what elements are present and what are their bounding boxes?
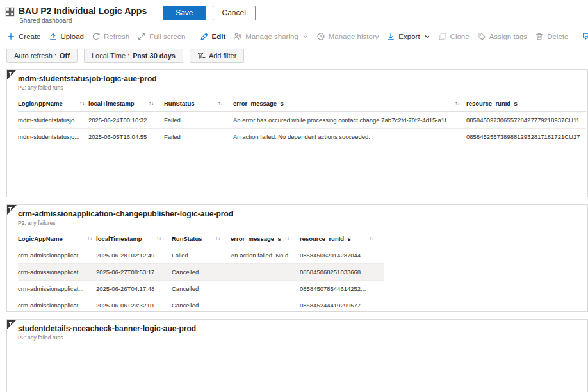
table-row[interactable]: crm-admissionapplicat... 2025-06-26T04:1… xyxy=(18,281,384,297)
refresh-button[interactable]: Refresh xyxy=(88,29,133,44)
plus-icon xyxy=(6,32,15,41)
column-header-logicappname[interactable]: LogicAppName ↑↓ xyxy=(18,235,96,242)
table-header-row: LogicAppName ↑↓ localTimestamp ↑↓ RunSta… xyxy=(18,95,586,112)
create-label: Create xyxy=(19,33,41,40)
clone-label: Clone xyxy=(450,33,470,40)
column-label: resource_runId_s xyxy=(466,100,518,107)
cell-localtimestamp: 2025-06-05T16:04:55 xyxy=(88,133,164,140)
header-actions: Save Cancel xyxy=(163,6,256,20)
column-header-runstatus[interactable]: RunStatus ↑↓ xyxy=(164,100,233,107)
cell-runstatus: Cancelled xyxy=(172,302,231,309)
column-header-resource-runid[interactable]: resource_runId_s xyxy=(466,100,586,107)
column-header-resource-runid[interactable]: resource_runId_s ↑↓ xyxy=(300,235,384,242)
create-button[interactable]: Create xyxy=(3,29,45,44)
fullscreen-label: Full screen xyxy=(149,33,185,40)
tile-header: studentdetails-nceacheck-banner-logic-au… xyxy=(7,320,587,341)
fullscreen-button[interactable]: Full screen xyxy=(133,29,189,44)
shared-dashboard-icon xyxy=(5,7,15,17)
clone-icon xyxy=(438,32,447,41)
funnel-icon xyxy=(8,206,13,212)
tile-title: crm-admissionapplication-changepublisher… xyxy=(18,209,580,218)
column-label: LogicAppName xyxy=(18,100,63,107)
page-subtitle: Shared dashboard xyxy=(19,17,147,24)
tile-subtitle: P2: any failures xyxy=(18,220,580,226)
column-label: localTimestamp xyxy=(96,235,142,242)
cell-localtimestamp: 2025-06-06T23:32:01 xyxy=(96,302,172,309)
column-header-localtimestamp[interactable]: localTimestamp ↑↓ xyxy=(88,100,164,107)
cell-runstatus: Failed xyxy=(164,117,233,124)
column-header-localtimestamp[interactable]: localTimestamp ↑↓ xyxy=(96,235,172,242)
column-label: RunStatus xyxy=(164,100,195,107)
table-row[interactable]: mdm-studentstatusjo... 2025-06-24T00:10:… xyxy=(18,112,586,129)
manage-history-label: Manage history xyxy=(329,33,379,40)
manage-sharing-button[interactable]: Manage sharing xyxy=(229,29,312,44)
sort-arrows-icon: ↑↓ xyxy=(79,101,85,106)
chevron-down-icon xyxy=(424,33,430,40)
assign-tags-label: Assign tags xyxy=(489,33,527,40)
tag-icon xyxy=(477,32,486,41)
tile-filter-badge xyxy=(7,70,17,80)
tile-subtitle: P2: any failed runs xyxy=(18,334,580,341)
funnel-plus-icon xyxy=(197,52,206,60)
cell-localtimestamp: 2025-06-26T04:17:48 xyxy=(96,285,172,292)
refresh-label: Refresh xyxy=(104,33,129,40)
save-button[interactable]: Save xyxy=(163,6,205,20)
feedback-button[interactable]: Feedback xyxy=(578,29,588,44)
cell-error-message: An error has occured while processing co… xyxy=(233,117,466,124)
history-icon xyxy=(316,32,325,41)
local-time-filter[interactable]: Local Time : Past 30 days xyxy=(84,49,183,63)
tile-mdm-studentstatusjob[interactable]: mdm-studentstatusjob-logic-aue-prod P2: … xyxy=(6,69,588,197)
upload-button[interactable]: Upload xyxy=(45,29,88,44)
table-row[interactable]: mdm-studentstatusjo... 2025-06-05T16:04:… xyxy=(18,129,586,145)
auto-refresh-value: Off xyxy=(60,52,70,60)
trash-icon xyxy=(535,32,544,41)
funnel-icon xyxy=(8,71,13,77)
column-label: error_message_s xyxy=(233,100,284,107)
sort-arrows-icon: ↑↓ xyxy=(455,101,460,106)
page-title: BAU P2 Individual Logic Apps xyxy=(19,6,147,17)
table-row-selected[interactable]: crm-admissionapplicat... 2025-06-27T08:5… xyxy=(18,264,384,281)
delete-label: Delete xyxy=(547,33,568,40)
add-filter-label: Add filter xyxy=(209,52,236,60)
clone-button[interactable]: Clone xyxy=(434,29,473,44)
dashboard-header: BAU P2 Individual Logic Apps Shared dash… xyxy=(0,0,588,26)
column-label: error_message_s xyxy=(231,235,281,242)
column-label: resource_runId_s xyxy=(300,235,351,242)
column-header-error-message[interactable]: error_message_s ↑↓ xyxy=(231,235,300,242)
tile-crm-admissionapplication[interactable]: crm-admissionapplication-changepublisher… xyxy=(6,204,588,312)
column-header-error-message[interactable]: error_message_s ↑↓ xyxy=(233,100,466,107)
cell-logicappname: crm-admissionapplicat... xyxy=(18,268,96,275)
cancel-button[interactable]: Cancel xyxy=(213,6,256,20)
delete-button[interactable]: Delete xyxy=(531,29,572,44)
cell-localtimestamp: 2025-06-24T00:10:32 xyxy=(88,117,164,124)
export-label: Export xyxy=(398,33,420,40)
cell-resource-runid: 085845078544614252... xyxy=(300,285,384,292)
column-header-runstatus[interactable]: RunStatus ↑↓ xyxy=(172,235,231,242)
manage-history-button[interactable]: Manage history xyxy=(313,29,383,44)
upload-label: Upload xyxy=(61,33,84,40)
edit-button[interactable]: Edit xyxy=(196,29,230,44)
manage-sharing-label: Manage sharing xyxy=(245,33,298,40)
sort-arrows-icon: ↑↓ xyxy=(218,101,223,106)
assign-tags-button[interactable]: Assign tags xyxy=(473,29,531,44)
pencil-icon xyxy=(200,32,209,41)
sort-arrows-icon: ↑↓ xyxy=(156,236,161,241)
table-row[interactable]: crm-admissionapplicat... 2025-06-06T23:3… xyxy=(18,297,384,312)
refresh-icon xyxy=(92,32,101,41)
cell-runstatus: Failed xyxy=(164,133,233,140)
column-header-logicappname[interactable]: LogicAppName ↑↓ xyxy=(18,100,88,107)
tile-subtitle: P2: any failed runs xyxy=(18,85,580,91)
sort-arrows-icon: ↑↓ xyxy=(369,236,374,241)
export-button[interactable]: Export xyxy=(382,29,434,44)
cell-logicappname: crm-admissionapplicat... xyxy=(18,302,96,309)
local-time-value: Past 30 days xyxy=(133,52,176,60)
auto-refresh-filter[interactable]: Auto refresh : Off xyxy=(6,49,78,63)
add-filter-button[interactable]: Add filter xyxy=(190,49,244,63)
tile-header: crm-admissionapplication-changepublisher… xyxy=(7,205,587,226)
cell-runstatus: Failed xyxy=(172,252,231,259)
cell-logicappname: mdm-studentstatusjo... xyxy=(18,117,88,124)
table-row[interactable]: crm-admissionapplicat... 2025-06-28T02:1… xyxy=(18,247,384,264)
tile-studentdetails-nceacheck[interactable]: studentdetails-nceacheck-banner-logic-au… xyxy=(6,319,588,392)
dashboard-grid: mdm-studentstatusjob-logic-aue-prod P2: … xyxy=(0,69,588,392)
cell-resource-runid: 08584509730655728427779218937CU11 xyxy=(466,117,586,124)
